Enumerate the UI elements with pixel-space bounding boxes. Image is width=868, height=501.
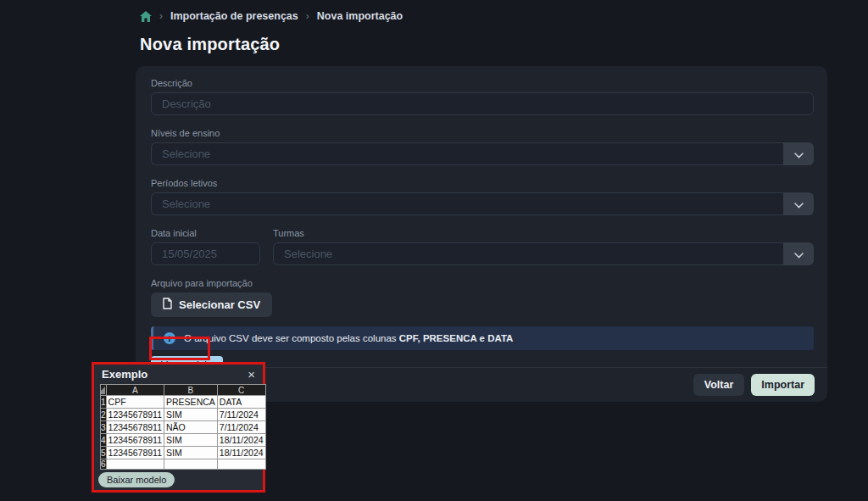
sheet-cell: 18/11/2024 [217,447,265,459]
sheet-row-number: 1 [101,396,107,409]
sheet-cell [217,459,265,470]
turmas-field-group: Turmas Selecione [273,228,814,265]
baixar-modelo-button[interactable]: Baixar modelo [98,472,175,487]
turmas-select-value[interactable]: Selecione [273,242,783,265]
table-row: 6 [101,459,266,470]
sheet-column-header: B [164,385,218,396]
sheet-cell: NÃO [164,421,218,434]
table-row: 3 12345678911 NÃO 7/11/2024 [101,421,266,434]
periodos-select-toggle[interactable] [783,192,814,215]
turmas-select-toggle[interactable] [783,242,814,265]
sheet-cell: CPF [106,396,164,409]
home-icon[interactable] [140,11,152,22]
breadcrumb-separator: › [306,10,309,22]
arquivo-field-group: Arquivo para importação Selecionar CSV [151,278,814,317]
sheet-cell: 12345678911 [106,434,164,447]
data-inicial-field-group: Data inicial 15/05/2025 [151,228,260,265]
turmas-select[interactable]: Selecione [273,242,814,265]
chevron-down-icon [794,247,804,262]
sheet-corner-cell [101,385,107,396]
sheet-cell: 7/11/2024 [217,421,265,434]
periodos-select-value[interactable]: Selecione [151,192,783,215]
descricao-input[interactable]: Descrição [151,92,814,115]
chevron-down-icon [794,197,804,212]
breadcrumb-separator: › [159,10,163,22]
sheet-cell: SIM [164,447,218,459]
sheet-cell: 7/11/2024 [217,409,265,421]
sheet-row-number: 5 [101,447,107,459]
sheet-cell: SIM [164,434,218,447]
table-row: 1 CPF PRESENCA DATA [101,396,266,409]
chevron-down-icon [794,147,804,162]
table-row: 4 12345678911 SIM 18/11/2024 [101,434,266,447]
sheet-cell: DATA [217,396,265,409]
sheet-column-header: C [217,385,265,396]
sheet-cell: 12345678911 [106,409,164,421]
voltar-button[interactable]: Voltar [693,374,745,396]
data-inicial-input[interactable]: 15/05/2025 [151,242,260,265]
breadcrumb-item-importacao[interactable]: Importação de presenças [170,10,298,22]
sheet-row-number: 6 [101,459,107,470]
file-icon [163,298,172,312]
descricao-field-group: Descrição Descrição [151,78,814,115]
sheet-cell [164,459,218,470]
importar-button[interactable]: Importar [751,374,815,396]
breadcrumb-item-nova-importacao[interactable]: Nova importação [317,10,403,22]
sheet-cell: 12345678911 [106,447,164,459]
sheet-cell: PRESENCA [164,396,218,409]
sheet-cell [106,459,164,470]
niveis-select-toggle[interactable] [783,142,814,165]
exemplo-popup: Exemplo × A B C 1 CPF PRESENCA DATA 2 12… [92,362,265,493]
niveis-label: Níveis de ensino [151,128,814,138]
sheet-row-number: 3 [101,421,107,434]
selecionar-csv-label: Selecionar CSV [179,298,260,311]
info-icon: i [164,332,175,344]
descricao-label: Descrição [151,78,814,88]
niveis-select-value[interactable]: Selecione [151,142,783,165]
breadcrumb: › Importação de presenças › Nova importa… [140,10,403,22]
exemplo-popup-header: Exemplo × [94,365,263,383]
arquivo-label: Arquivo para importação [151,278,814,288]
sheet-row-number: 2 [101,409,107,421]
close-icon[interactable]: × [248,368,255,381]
periodos-select[interactable]: Selecione [151,192,814,215]
alert-text: O arquivo CSV deve ser composto pelas co… [184,333,513,343]
table-row: 5 12345678911 SIM 18/11/2024 [101,447,266,459]
sheet-row-number: 4 [101,434,107,447]
sheet-column-header-row: A B C [101,385,266,396]
niveis-field-group: Níveis de ensino Selecione [151,128,814,165]
page-title: Nova importação [140,35,280,54]
exemplo-popup-title: Exemplo [102,368,147,381]
import-form-card: Descrição Descrição Níveis de ensino Sel… [136,66,827,402]
data-inicial-label: Data inicial [151,228,260,238]
sheet-cell: 18/11/2024 [217,434,265,447]
csv-info-alert: i O arquivo CSV deve ser composto pelas … [151,326,814,350]
exemplo-spreadsheet: A B C 1 CPF PRESENCA DATA 2 12345678911 … [100,384,266,470]
table-row: 2 12345678911 SIM 7/11/2024 [101,409,266,421]
sheet-cell: SIM [164,409,218,421]
sheet-column-header: A [106,385,164,396]
niveis-select[interactable]: Selecione [151,142,814,165]
turmas-label: Turmas [273,228,814,238]
selecionar-csv-button[interactable]: Selecionar CSV [151,292,272,317]
sheet-cell: 12345678911 [106,421,164,434]
date-turmas-row: Data inicial 15/05/2025 Turmas Selecione [151,228,814,265]
page: { "breadcrumb": { "separator": "›", "ite… [0,0,868,501]
periodos-field-group: Períodos letivos Selecione [151,178,814,215]
periodos-label: Períodos letivos [151,178,814,188]
